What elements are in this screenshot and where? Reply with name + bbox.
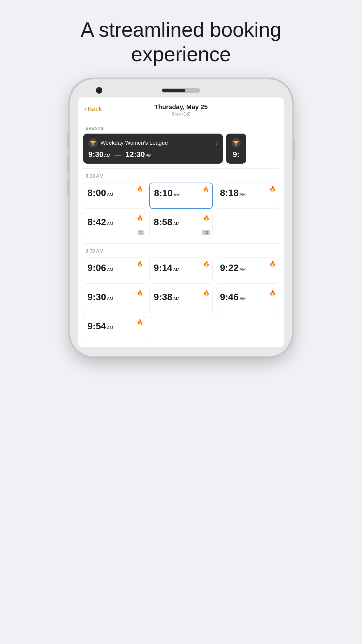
slot-922[interactable]: 🔥 9:22AM [216, 258, 279, 284]
slot-858[interactable]: 🔥 8:58AM 10 [149, 212, 212, 238]
flame-icon: 🔥 [269, 186, 276, 192]
trophy-icon-partial: 🏆 [231, 138, 241, 148]
camera-icon [96, 87, 102, 94]
phone-top-bar [78, 88, 284, 93]
flame-icon: 🔥 [137, 290, 143, 296]
slot-810[interactable]: 🔥 8:10AM [149, 183, 212, 209]
flame-icon: 🔥 [137, 261, 143, 267]
flame-icon: 🔥 [137, 319, 143, 326]
badge-1: 1 [138, 230, 144, 235]
phone-speaker [162, 88, 200, 93]
slot-914[interactable]: 🔥 9:14AM [149, 258, 212, 284]
slot-906[interactable]: 🔥 9:06AM [83, 258, 146, 284]
flame-icon: 🔥 [203, 215, 210, 221]
slot-empty [216, 212, 279, 238]
event-title-row: 🏆 Weekday Women's League [88, 138, 168, 148]
phone-screen: ‹ Back Thursday, May 25 Blue (18) EVENTS… [78, 97, 284, 347]
slot-946[interactable]: 🔥 9:46AM [216, 287, 279, 313]
trophy-icon: 🏆 [88, 138, 98, 148]
phone-shell: ‹ Back Thursday, May 25 Blue (18) EVENTS… [70, 79, 292, 356]
time-section-9am: 9:00 AM 🔥 9:06AM 🔥 9:14AM 🔥 9:22AM [78, 244, 284, 347]
events-section-label: EVENTS [78, 121, 284, 134]
time-section-label-9am: 9:00 AM [83, 246, 279, 258]
back-button[interactable]: ‹ Back [84, 105, 102, 113]
slots-row-9am-2: 🔥 9:30AM 🔥 9:38AM 🔥 9:46AM [83, 287, 279, 313]
event-card-main[interactable]: 🏆 Weekday Women's League › 9:30AM — 12:3… [83, 134, 223, 164]
flame-icon: 🔥 [137, 186, 143, 192]
chevron-right-icon: › [216, 140, 218, 146]
flame-icon: 🔥 [137, 215, 143, 221]
time-section-8am: 8:00 AM 🔥 8:00AM 🔥 8:10AM 🔥 8:18AM [78, 169, 284, 243]
flame-icon: 🔥 [269, 261, 276, 267]
slots-row-9am-3: 🔥 9:54AM [83, 316, 279, 342]
events-scroll: 🏆 Weekday Women's League › 9:30AM — 12:3… [78, 134, 284, 168]
flame-icon: 🔥 [203, 186, 209, 192]
page-headline: A streamlined booking experience [81, 18, 282, 66]
slot-800[interactable]: 🔥 8:00AM [83, 183, 146, 209]
slot-empty3 [216, 316, 279, 342]
slot-938[interactable]: 🔥 9:38AM [149, 287, 212, 313]
partial-time: 9: [233, 150, 239, 159]
event-card-header: 🏆 Weekday Women's League › [88, 138, 218, 148]
header-title: Thursday, May 25 [85, 103, 277, 111]
event-start-time: 9:30AM — 12:30PM [88, 150, 152, 159]
flame-icon: 🔥 [269, 290, 276, 296]
slot-empty2 [149, 316, 212, 342]
app-header: ‹ Back Thursday, May 25 Blue (18) [78, 97, 284, 121]
event-time-range: 9:30AM — 12:30PM [88, 150, 218, 159]
slot-842[interactable]: 🔥 8:42AM 1 [83, 212, 146, 238]
slots-row-9am-1: 🔥 9:06AM 🔥 9:14AM 🔥 9:22AM [83, 258, 279, 284]
slot-818[interactable]: 🔥 8:18AM [216, 183, 279, 209]
earpiece [162, 89, 185, 92]
back-label: Back [88, 105, 102, 113]
back-chevron-icon: ‹ [84, 105, 87, 113]
slots-row-8am-2: 🔥 8:42AM 1 🔥 8:58AM 10 [83, 212, 279, 238]
slot-930[interactable]: 🔥 9:30AM [83, 287, 146, 313]
slot-954[interactable]: 🔥 9:54AM [83, 316, 146, 342]
headline-line1: A streamlined booking [81, 18, 282, 41]
time-section-label-8am: 8:00 AM [83, 171, 279, 183]
headline-line2: experience [131, 43, 231, 66]
flame-icon: 🔥 [203, 261, 210, 267]
header-subtitle: Blue (18) [85, 111, 277, 117]
slots-row-8am-1: 🔥 8:00AM 🔥 8:10AM 🔥 8:18AM [83, 183, 279, 209]
event-name: Weekday Women's League [101, 140, 168, 146]
flame-icon: 🔥 [203, 290, 210, 296]
badge-10: 10 [202, 230, 210, 235]
event-card-partial[interactable]: 🏆 9: [226, 134, 246, 164]
